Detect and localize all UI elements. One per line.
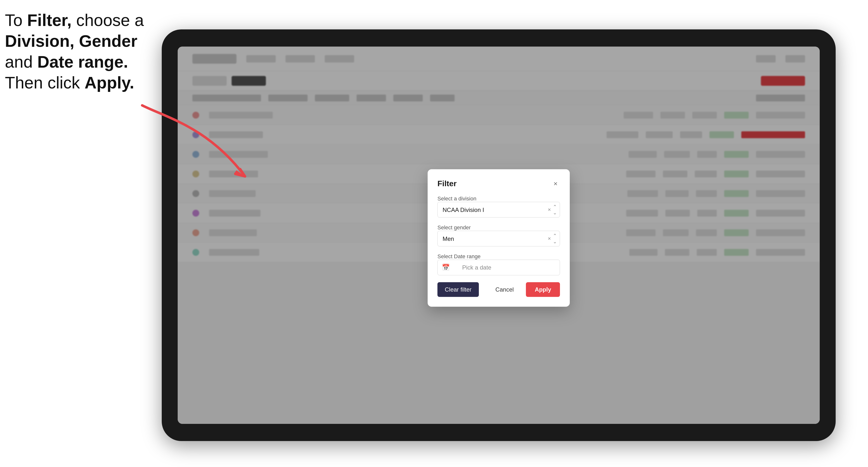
instruction-bold2: Division, Gender: [5, 32, 137, 50]
filter-modal: Filter × Select a division NCAA Division…: [428, 169, 570, 307]
modal-footer-right: Cancel Apply: [488, 282, 560, 297]
modal-close-button[interactable]: ×: [551, 179, 560, 188]
division-select[interactable]: NCAA Division I NCAA Division II NCAA Di…: [437, 202, 560, 218]
division-clear-icon[interactable]: ×: [548, 207, 551, 212]
tablet-screen: Filter × Select a division NCAA Division…: [178, 46, 820, 424]
modal-footer: Clear filter Cancel Apply: [437, 282, 560, 297]
division-label: Select a division: [437, 195, 476, 201]
cancel-button[interactable]: Cancel: [488, 282, 521, 297]
date-placeholder: Pick a date: [453, 264, 491, 271]
division-chevron-icon: ⌃⌄: [553, 204, 557, 216]
gender-clear-icon[interactable]: ×: [548, 236, 551, 241]
gender-select-wrapper: Men Women × ⌃⌄: [437, 231, 560, 247]
modal-header: Filter ×: [437, 179, 560, 188]
date-label: Select Date range: [437, 253, 480, 259]
clear-filter-button[interactable]: Clear filter: [437, 282, 479, 297]
gender-chevron-icon: ⌃⌄: [553, 233, 557, 245]
gender-field-group: Select gender Men Women × ⌃⌄: [437, 224, 560, 247]
tablet-frame: Filter × Select a division NCAA Division…: [162, 29, 836, 441]
date-input[interactable]: Pick a date: [437, 260, 560, 275]
gender-select[interactable]: Men Women: [437, 231, 560, 247]
division-field-group: Select a division NCAA Division I NCAA D…: [437, 195, 560, 218]
date-input-wrapper: 📅 Pick a date: [437, 260, 560, 275]
date-field-group: Select Date range 📅 Pick a date: [437, 253, 560, 275]
instruction-line4: Then click Apply.: [5, 73, 134, 92]
modal-title: Filter: [437, 179, 457, 188]
instruction-line1: To Filter, choose a: [5, 11, 144, 29]
calendar-icon: 📅: [442, 263, 450, 271]
apply-button[interactable]: Apply: [526, 282, 560, 297]
gender-select-icons: × ⌃⌄: [548, 233, 557, 245]
instruction-line3: and Date range.: [5, 53, 128, 71]
gender-label: Select gender: [437, 224, 471, 230]
division-select-wrapper: NCAA Division I NCAA Division II NCAA Di…: [437, 202, 560, 218]
division-select-icons: × ⌃⌄: [548, 204, 557, 216]
instruction-block: To Filter, choose a Division, Gender and…: [5, 10, 147, 93]
